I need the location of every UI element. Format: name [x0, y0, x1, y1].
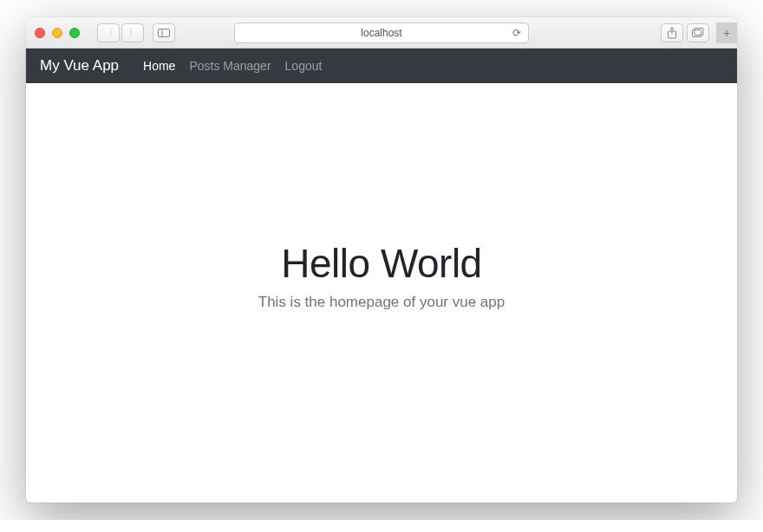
svg-rect-4: [693, 29, 701, 36]
traffic-lights: [35, 28, 80, 38]
address-text: localhost: [361, 27, 401, 39]
svg-rect-0: [159, 29, 170, 36]
forward-button[interactable]: 〉: [121, 23, 144, 42]
minimize-window-button[interactable]: [52, 28, 62, 38]
navbar-brand[interactable]: My Vue App: [40, 57, 119, 75]
toolbar-right: +: [661, 23, 728, 43]
app-navbar: My Vue App Home Posts Manager Logout: [26, 49, 737, 83]
address-bar[interactable]: localhost ⟳: [234, 23, 529, 43]
reload-icon[interactable]: ⟳: [512, 27, 521, 39]
back-button[interactable]: 〈: [97, 23, 120, 42]
chevron-left-icon: 〈: [104, 26, 114, 39]
plus-icon: +: [723, 26, 730, 40]
tabs-button[interactable]: [687, 23, 709, 42]
nav-buttons: 〈 〉: [97, 23, 144, 42]
browser-window: 〈 〉 ABP localhost ⟳: [26, 17, 737, 503]
close-window-button[interactable]: [35, 28, 45, 38]
hero-subtitle: This is the homepage of your vue app: [258, 294, 505, 311]
zoom-window-button[interactable]: [69, 28, 80, 38]
new-tab-button[interactable]: +: [716, 23, 737, 43]
share-button[interactable]: [661, 23, 683, 42]
nav-link-home[interactable]: Home: [143, 59, 175, 73]
nav-link-posts-manager[interactable]: Posts Manager: [189, 59, 271, 73]
sidebar-icon: [158, 29, 170, 37]
chevron-right-icon: 〉: [128, 26, 138, 39]
svg-rect-5: [695, 28, 703, 35]
hero-title: Hello World: [281, 240, 481, 287]
nav-link-logout[interactable]: Logout: [285, 59, 323, 73]
page-content: Hello World This is the homepage of your…: [26, 83, 737, 503]
tabs-icon: [692, 28, 704, 38]
share-icon: [667, 27, 677, 39]
sidebar-toggle-button[interactable]: [153, 23, 175, 42]
browser-titlebar: 〈 〉 ABP localhost ⟳: [26, 17, 737, 49]
